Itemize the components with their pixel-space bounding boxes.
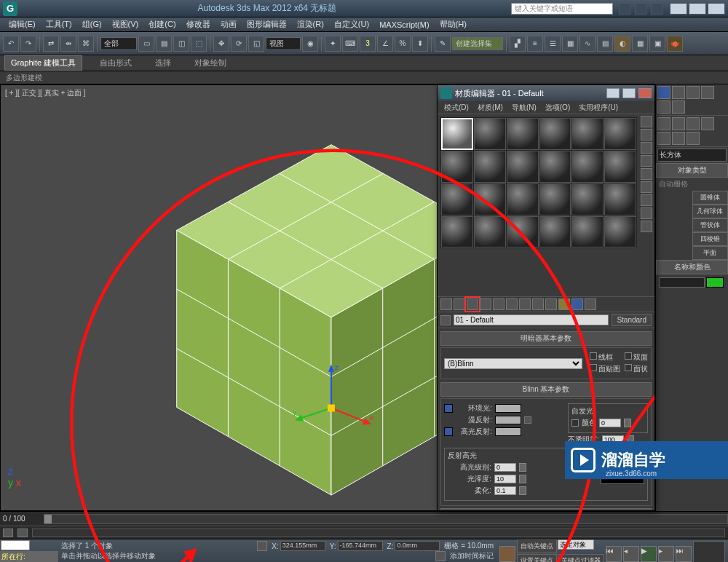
menu-group[interactable]: 组(G) — [78, 17, 106, 31]
named-sel-edit-button[interactable]: ✎ — [435, 36, 451, 52]
show-end-icon[interactable] — [558, 298, 570, 310]
spinner-snap-button[interactable]: ⬍ — [412, 36, 428, 52]
star-icon[interactable] — [635, 3, 646, 15]
motion-tab-icon[interactable] — [701, 86, 714, 99]
tab-graphite[interactable]: Graphite 建模工具 — [4, 55, 82, 71]
slot-5[interactable] — [571, 118, 604, 150]
curve-editor-button[interactable]: ∿ — [579, 36, 596, 52]
mat-max-button[interactable] — [622, 88, 636, 98]
move-button[interactable]: ✥ — [213, 36, 229, 52]
undo-button[interactable]: ↶ — [3, 36, 19, 52]
angle-snap-button[interactable]: ∠ — [377, 36, 393, 52]
ambient-swatch[interactable] — [495, 404, 521, 413]
layers-button[interactable]: ☰ — [545, 36, 561, 52]
go-sibling-icon[interactable] — [585, 298, 596, 310]
info-icon[interactable] — [619, 3, 630, 15]
btn-tube[interactable]: 管状体 — [692, 218, 729, 232]
object-color-swatch[interactable] — [706, 277, 724, 288]
align-button[interactable]: ≡ — [527, 36, 543, 52]
menu-views[interactable]: 视图(V) — [108, 17, 143, 31]
speclevel-spin-btns[interactable] — [519, 463, 526, 472]
rollout-blinn[interactable]: Blinn 基本参数 — [440, 382, 652, 397]
slot-17[interactable] — [571, 183, 604, 215]
pick-material-icon[interactable] — [440, 315, 451, 325]
slot-4[interactable] — [539, 118, 571, 150]
maxscript-mini-input[interactable] — [1, 540, 30, 550]
lock-selection-icon[interactable] — [257, 541, 267, 551]
slot-10[interactable] — [539, 151, 571, 183]
backlight-icon[interactable] — [641, 129, 652, 140]
tab-objectpaint[interactable]: 对象绘制 — [189, 56, 232, 70]
slot-21[interactable] — [507, 216, 539, 248]
sample-uv-icon[interactable] — [641, 155, 652, 167]
shader-type-select[interactable]: (B)Blinn — [444, 358, 582, 369]
hierarchy-tab-icon[interactable] — [687, 86, 700, 99]
mat-menu-mode[interactable]: 模式(D) — [440, 103, 472, 113]
tab-selection[interactable]: 选择 — [149, 56, 177, 70]
percent-snap-button[interactable]: % — [395, 36, 411, 52]
slot-15[interactable] — [507, 183, 539, 215]
next-frame-icon[interactable]: ▸ — [658, 546, 674, 562]
keymode-select[interactable]: 选定对象 — [558, 539, 594, 550]
trackbar[interactable] — [32, 529, 725, 537]
menu-grapheditors[interactable]: 图形编辑器 — [242, 17, 291, 31]
bind-button[interactable]: ⌘ — [78, 36, 94, 52]
cb-wire[interactable] — [590, 352, 597, 360]
maximize-button[interactable] — [689, 3, 706, 15]
slot-7[interactable] — [441, 151, 473, 183]
btn-geosphere[interactable]: 几何球体 — [692, 205, 729, 218]
sample-type-icon[interactable] — [641, 116, 652, 127]
make-unique-icon[interactable] — [506, 298, 518, 310]
put-to-library-icon[interactable] — [519, 298, 531, 310]
helpers-icon[interactable] — [657, 132, 670, 145]
mat-map-nav-icon[interactable] — [641, 221, 652, 232]
slot-9[interactable] — [507, 151, 539, 183]
named-selection-set[interactable]: 创建选择集 — [452, 37, 503, 50]
render-setup-button[interactable]: ▦ — [632, 36, 648, 52]
viewport-nav-cube[interactable] — [693, 541, 725, 563]
put-to-scene-icon[interactable] — [454, 298, 465, 310]
spec-lock-icon[interactable] — [444, 427, 453, 436]
mat-menu-material[interactable]: 材质(M) — [474, 103, 507, 113]
make-preview-icon[interactable] — [641, 181, 652, 193]
selection-filter[interactable]: 全部 — [100, 37, 137, 50]
cameras-icon[interactable] — [701, 117, 714, 130]
select-button[interactable]: ▭ — [138, 36, 154, 52]
object-name-input[interactable] — [659, 277, 705, 288]
show-map-icon[interactable] — [545, 298, 557, 310]
slot-13[interactable] — [441, 183, 473, 215]
menu-tools[interactable]: 工具(T) — [41, 17, 76, 31]
primitive-category-select[interactable]: 长方体 — [657, 149, 727, 162]
unlink-button[interactable]: ⇹ — [60, 36, 76, 52]
shapes-icon[interactable] — [672, 117, 685, 130]
schematic-button[interactable]: ▤ — [597, 36, 613, 52]
slot-11[interactable] — [571, 151, 604, 183]
slot-19[interactable] — [441, 216, 473, 248]
gloss-spinner[interactable]: 10 — [494, 475, 516, 483]
ambient-lock-icon[interactable] — [444, 404, 453, 413]
soften-spinner[interactable]: 0.1 — [494, 486, 516, 495]
window-crossing-button[interactable]: ⬚ — [191, 36, 207, 52]
selfillum-spinner[interactable]: 0 — [599, 419, 621, 427]
systems-icon[interactable] — [687, 132, 700, 145]
menu-animation[interactable]: 动画 — [216, 17, 241, 31]
coord-x-input[interactable]: 324.155mm — [280, 541, 325, 551]
isolate-icon[interactable] — [435, 551, 446, 561]
select-region-button[interactable]: ◫ — [173, 36, 189, 52]
keyboard-button[interactable]: ⌨ — [342, 36, 358, 52]
go-parent-icon[interactable] — [571, 298, 583, 310]
snap-button[interactable]: 3 — [360, 36, 376, 52]
menu-modifiers[interactable]: 修改器 — [182, 17, 215, 31]
select-name-button[interactable]: ▤ — [156, 36, 172, 52]
menu-customize[interactable]: 自定义(U) — [330, 17, 373, 31]
slot-23[interactable] — [571, 216, 604, 248]
options-icon[interactable] — [641, 194, 652, 206]
setkey-button[interactable]: 设置关键点 — [517, 554, 557, 562]
prev-frame-icon[interactable]: ◂ — [623, 546, 639, 562]
mat-id-icon[interactable] — [532, 298, 544, 310]
menu-rendering[interactable]: 渲染(R) — [293, 17, 328, 31]
assign-to-selection-icon[interactable] — [467, 298, 478, 310]
btn-plane[interactable]: 平面 — [692, 246, 729, 260]
redo-button[interactable]: ↷ — [20, 36, 36, 52]
create-tab-icon[interactable] — [657, 86, 670, 99]
